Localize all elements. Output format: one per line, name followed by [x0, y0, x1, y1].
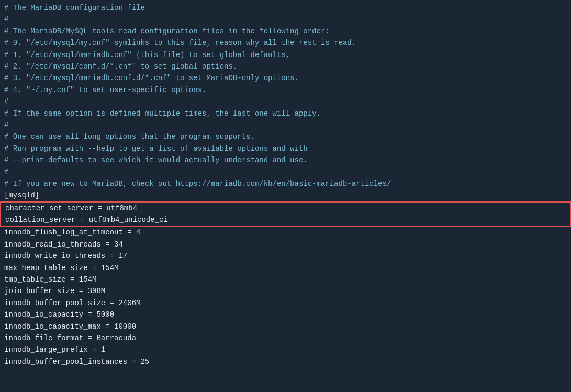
- code-line-23: innodb_write_io_threads = 17: [0, 250, 571, 262]
- code-line-2: #: [0, 14, 571, 25]
- code-line-30: innodb_file_format = Barracuda: [0, 332, 571, 344]
- code-line-29: innodb_io_capacity_max = 10000: [0, 321, 571, 332]
- code-line-4: # 0. "/etc/mysql/my.cnf" symlinks to thi…: [0, 37, 571, 49]
- code-line-13: # Run program with --help to get a list …: [0, 143, 571, 154]
- code-line-10: # If the same option is defined multiple…: [0, 108, 571, 119]
- code-line-5: # 1. "/etc/mysql/mariadb.cnf" (this file…: [0, 49, 571, 61]
- code-line-15: #: [0, 166, 571, 177]
- code-line-16: # If you are new to MariaDB, check out h…: [0, 178, 571, 189]
- code-line-7: # 3. "/etc/mysql/mariadb.conf.d/*.cnf" t…: [0, 72, 571, 84]
- code-editor: # The MariaDB configuration file## The M…: [0, 2, 571, 367]
- code-line-3: # The MariaDB/MySQL tools read configura…: [0, 26, 571, 37]
- code-line-1: # The MariaDB configuration file: [0, 2, 571, 14]
- code-line-32: innodb_buffer_pool_instances = 25: [0, 356, 571, 367]
- code-line-31: innodb_large_prefix = 1: [0, 344, 571, 355]
- editor-container: # The MariaDB configuration file## The M…: [0, 0, 571, 392]
- code-line-22: innodb_read_io_threads = 34: [0, 239, 571, 250]
- code-line-12: # One can use all long options that the …: [0, 131, 571, 142]
- code-line-26: join_buffer_size = 398M: [0, 285, 571, 297]
- code-line-8: # 4. "~/.my.cnf" to set user-specific op…: [0, 84, 571, 96]
- code-line-27: innodb_buffer_pool_size = 2406M: [0, 297, 571, 309]
- code-line-24: max_heap_table_size = 154M: [0, 262, 571, 274]
- code-line-18: [mysqld]: [0, 189, 571, 201]
- code-line-20: collation_server = utf8mb4_unicode_ci: [1, 214, 570, 226]
- code-line-9: #: [0, 96, 571, 107]
- code-line-21: innodb_flush_log_at_timeout = 4: [0, 227, 571, 238]
- code-line-14: # --print-defaults to see which it would…: [0, 154, 571, 166]
- code-line-6: # 2. "/etc/mysql/conf.d/*.cnf" to set gl…: [0, 61, 571, 72]
- code-line-19: character_set_server = utf8mb4: [1, 203, 570, 214]
- code-line-28: innodb_io_capacity = 5000: [0, 309, 571, 320]
- code-line-11: #: [0, 119, 571, 131]
- code-line-25: tmp_table_size = 154M: [0, 274, 571, 285]
